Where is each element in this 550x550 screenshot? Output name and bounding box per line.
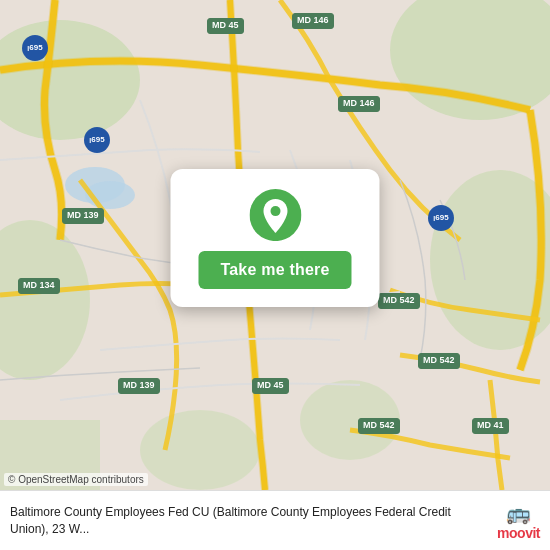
- road-badge-md542-2: MD 542: [418, 353, 460, 369]
- place-info: Baltimore County Employees Fed CU (Balti…: [10, 504, 489, 538]
- road-badge-i695-2: I 695: [84, 127, 110, 153]
- road-badge-i695-1: I 695: [22, 35, 48, 61]
- svg-point-11: [270, 206, 280, 216]
- road-badge-md134: MD 134: [18, 278, 60, 294]
- svg-point-7: [140, 410, 260, 490]
- moovit-logo: 🚌 moovit: [497, 501, 540, 541]
- road-badge-md542-1: MD 542: [378, 293, 420, 309]
- map-attribution: © OpenStreetMap contributors: [4, 473, 148, 486]
- road-badge-md45-1: MD 45: [207, 18, 244, 34]
- road-badge-md542-3: MD 542: [358, 418, 400, 434]
- map-view[interactable]: I 695 I 695 I 695 MD 45 MD 146 MD 146 MD…: [0, 0, 550, 490]
- road-badge-md146-1: MD 146: [292, 13, 334, 29]
- location-card: Take me there: [170, 169, 379, 307]
- bottom-info-bar: Baltimore County Employees Fed CU (Balti…: [0, 490, 550, 550]
- road-badge-md146-2: MD 146: [338, 96, 380, 112]
- moovit-label: moovit: [497, 525, 540, 541]
- road-badge-i695-3: I 695: [428, 205, 454, 231]
- take-me-there-button[interactable]: Take me there: [198, 251, 351, 289]
- road-badge-md139-2: MD 139: [118, 378, 160, 394]
- road-badge-md139-1: MD 139: [62, 208, 104, 224]
- road-badge-md41: MD 41: [472, 418, 509, 434]
- moovit-bus-icon: 🚌: [506, 501, 531, 525]
- location-pin-icon: [249, 189, 301, 241]
- road-badge-md45-3: MD 45: [252, 378, 289, 394]
